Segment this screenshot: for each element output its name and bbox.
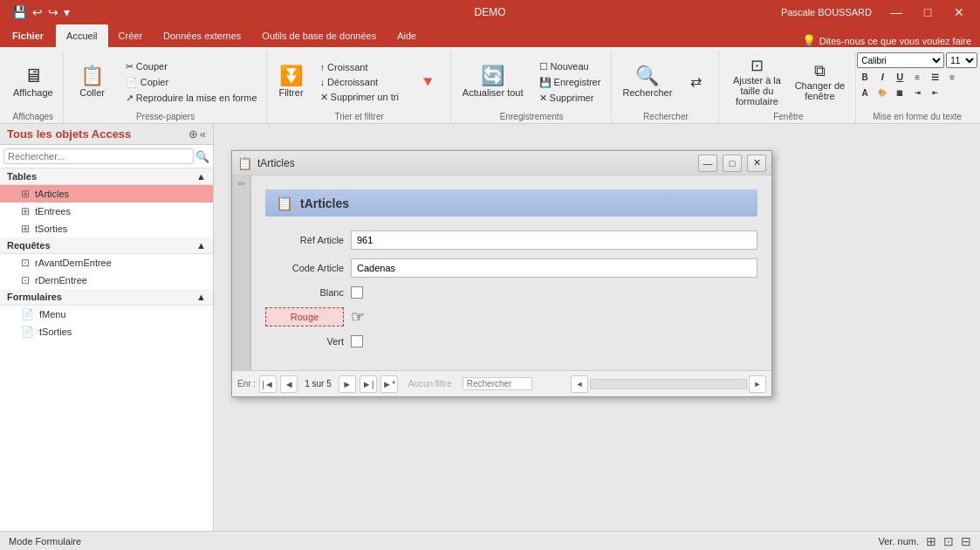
nav-prev-button[interactable]: ◄ (280, 375, 298, 393)
ribbon-group-fenetre: ⊡ Ajuster à la taille du formulaire ⧉ Ch… (721, 51, 856, 123)
undo-icon[interactable]: ↩ (31, 3, 45, 21)
rechercher-more-button[interactable]: ⇄ (678, 72, 713, 92)
blanc-checkbox[interactable] (351, 286, 363, 299)
section-requetes[interactable]: Requêtes ▲ (0, 237, 213, 254)
form-minimize-button[interactable]: — (698, 155, 717, 172)
bg-color-button[interactable]: 🎨 (874, 86, 890, 100)
code-article-input[interactable] (351, 258, 757, 278)
sidebar-collapse-icon[interactable]: ⊕ (188, 127, 198, 141)
search-input[interactable] (3, 148, 194, 164)
border-button[interactable]: ▦ (892, 86, 908, 100)
changer-button[interactable]: ⧉ Changer de fenêtre (789, 60, 850, 104)
indent-button[interactable]: ⇥ (909, 86, 925, 100)
more-icon[interactable]: ▾ (62, 3, 72, 21)
ref-article-input[interactable] (351, 230, 757, 250)
format-group: B I U ≡ ☰ ≡ A 🎨 ▦ ⇥ ⇤ (857, 70, 960, 100)
reproduire-button[interactable]: ↗ Reproduire la mise en forme (122, 91, 261, 106)
status-icon-2[interactable]: ⊡ (943, 534, 954, 548)
supprimer-label: ✕ Supprimer (539, 93, 594, 104)
nav-first-button[interactable]: |◄ (259, 375, 277, 393)
app-title: DEMO (475, 6, 506, 18)
font-family-select[interactable]: Calibri (857, 52, 944, 68)
tab-aide[interactable]: Aide (387, 24, 427, 47)
status-icon-3[interactable]: ⊟ (961, 534, 971, 548)
coller-button[interactable]: 📋 Coller (71, 64, 114, 100)
code-article-label: Code Article (265, 263, 344, 273)
scroll-left-button[interactable]: ◄ (571, 375, 588, 393)
sidebar-item-rdern[interactable]: ⊡ rDernEntree (0, 272, 213, 289)
bold-button[interactable]: B (857, 70, 873, 84)
nav-search-input[interactable] (463, 377, 532, 390)
minimize-button[interactable]: — (882, 0, 910, 24)
outdent-button[interactable]: ⇤ (927, 86, 942, 100)
left-align-button[interactable]: ≡ (909, 70, 925, 84)
main-area: Tous les objets Access ⊕ « 🔍 Tables ▲ ⊞ … (0, 124, 980, 531)
close-button[interactable]: ✕ (945, 0, 973, 24)
tab-donnees[interactable]: Données externes (153, 24, 251, 47)
section-formulaires-toggle[interactable]: ▲ (196, 292, 206, 302)
font-color-button[interactable]: A (857, 86, 873, 100)
sidebar-header-btns: ⊕ « (188, 127, 206, 141)
right-align-button[interactable]: ≡ (944, 70, 960, 84)
coller-label: Coller (79, 87, 105, 98)
filtre-options-button[interactable]: 🔻 (410, 72, 445, 92)
copier-label: 📄 Copier (126, 77, 168, 88)
ajuster-button[interactable]: ⊡ Ajuster à la taille du formulaire (726, 55, 787, 109)
italic-button[interactable]: I (874, 70, 890, 84)
save-icon[interactable]: 💾 (10, 3, 29, 21)
affichage-button[interactable]: 🖥 Affichage (9, 64, 58, 100)
nav-next-button[interactable]: ► (339, 375, 356, 393)
form-title-icon: 📋 (276, 195, 293, 211)
tab-accueil[interactable]: Accueil (56, 24, 107, 47)
rechercher-button[interactable]: 🔍 Rechercher (619, 64, 677, 100)
enregistrer-button[interactable]: 💾 Enregistrer (536, 75, 606, 90)
copier-button[interactable]: 📄 Copier (122, 75, 261, 90)
section-tables[interactable]: Tables ▲ (0, 168, 213, 185)
section-requetes-toggle[interactable]: ▲ (196, 240, 206, 251)
scroll-right-button[interactable]: ► (749, 375, 766, 393)
maximize-button[interactable]: □ (914, 0, 942, 24)
nav-scrollbar[interactable] (590, 379, 747, 389)
help-button[interactable]: 💡 Dites-nous ce que vous voulez faire (793, 34, 980, 47)
enregistrements-content: 🔄 Actualiser tout ☐ Nouveau 💾 Enregistre… (458, 52, 606, 112)
form-maximize-button[interactable]: □ (723, 155, 742, 172)
nouveau-button[interactable]: ☐ Nouveau (536, 59, 606, 74)
nav-new-button[interactable]: ►* (380, 375, 398, 393)
sidebar-item-tsorties[interactable]: ⊞ tSorties (0, 220, 213, 237)
affichages-label: Affichages (9, 112, 58, 123)
actualiser-button[interactable]: 🔄 Actualiser tout (458, 64, 528, 100)
redo-icon[interactable]: ↪ (46, 3, 60, 21)
section-tables-toggle[interactable]: ▲ (196, 171, 206, 182)
tab-fichier[interactable]: Fichier (0, 24, 56, 47)
sidebar-item-ravant[interactable]: ⊡ rAvantDernEntree (0, 254, 213, 272)
nav-last-button[interactable]: ►| (360, 375, 377, 393)
sidebar-item-fsorties[interactable]: 📄 tSorties (0, 323, 213, 340)
actualiser-label: Actualiser tout (463, 87, 524, 98)
decroissant-button[interactable]: ↓ Décroissant (317, 75, 402, 89)
sidebar-item-tentrees[interactable]: ⊞ tEntrees (0, 203, 213, 220)
rouge-button[interactable]: Rouge (265, 307, 344, 327)
sidebar-item-tarticles[interactable]: ⊞ tArticles (0, 185, 213, 203)
section-formulaires[interactable]: Formulaires ▲ (0, 289, 213, 306)
filtrer-button[interactable]: ⏬ Filtrer (274, 64, 309, 100)
form-inner: ✏ 📋 tArticles Réf Article Code (232, 175, 771, 370)
croissant-button[interactable]: ↑ Croissant (317, 60, 402, 74)
center-align-button[interactable]: ☰ (927, 70, 942, 84)
sidebar-item-fmenu[interactable]: 📄 fMenu (0, 306, 213, 323)
tab-creer[interactable]: Créer (108, 24, 154, 47)
sidebar-pin-icon[interactable]: « (200, 127, 206, 141)
supprimer-tri-button[interactable]: ✕ Supprimer un tri (317, 90, 402, 105)
nav-scroll: ◄ ► (571, 375, 766, 393)
form-sidebar-icon[interactable]: ✏ (238, 179, 245, 189)
font-size-select[interactable]: 11 (946, 52, 977, 68)
couper-button[interactable]: ✂ Couper (122, 59, 261, 74)
underline-button[interactable]: U (892, 70, 908, 84)
rechercher-label: Rechercher (619, 112, 714, 123)
filtrer-icon: ⏬ (279, 66, 303, 86)
vert-checkbox[interactable] (351, 335, 363, 347)
status-icon-1[interactable]: ⊞ (926, 534, 936, 548)
form-close-button[interactable]: ✕ (747, 155, 766, 172)
rechercher-more-icon: ⇄ (690, 75, 702, 89)
tab-outils[interactable]: Outils de base de données (251, 24, 387, 47)
supprimer-button[interactable]: ✕ Supprimer (536, 91, 606, 106)
